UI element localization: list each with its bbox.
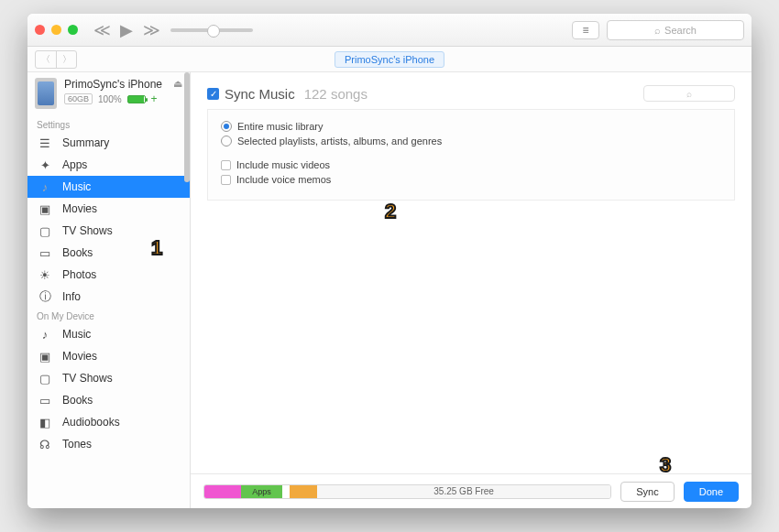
sidebar-label: Music xyxy=(62,328,91,341)
list-view-button[interactable]: ≡ xyxy=(572,21,599,39)
minimize-icon[interactable] xyxy=(51,25,61,35)
music-icon xyxy=(37,179,53,194)
sidebar-label: Summary xyxy=(62,136,109,149)
movies-icon xyxy=(37,201,53,216)
tones-icon xyxy=(37,437,53,451)
close-icon[interactable] xyxy=(35,25,45,35)
apps-icon xyxy=(37,157,53,172)
done-button[interactable]: Done xyxy=(684,482,739,502)
sync-button[interactable]: Sync xyxy=(620,482,674,502)
sidebar-item-apps[interactable]: Apps xyxy=(27,154,190,176)
option-label: Entire music library xyxy=(237,121,324,132)
sidebar-label: Movies xyxy=(62,350,97,363)
capacity-free: 35.25 GB Free xyxy=(317,485,610,498)
photos-icon xyxy=(37,267,53,282)
ondevice-item-music[interactable]: Music xyxy=(27,323,190,345)
option-selected-playlists[interactable]: Selected playlists, artists, albums, and… xyxy=(221,134,721,148)
section-settings: Settings xyxy=(27,116,190,132)
content-search-input[interactable]: ⌕ xyxy=(643,85,735,102)
sidebar-label: Audiobooks xyxy=(62,416,120,429)
music-icon xyxy=(37,327,53,342)
radio-icon xyxy=(221,136,232,147)
option-label: Include voice memos xyxy=(236,174,331,185)
battery-icon xyxy=(127,95,146,103)
charging-icon: + xyxy=(151,92,158,105)
capacity-bar: Apps 35.25 GB Free xyxy=(203,484,611,499)
sidebar-item-summary[interactable]: Summary xyxy=(27,132,190,154)
option-entire-library[interactable]: Entire music library xyxy=(221,119,721,134)
capacity-seg-photos xyxy=(290,485,317,498)
option-label: Selected playlists, artists, albums, and… xyxy=(237,136,442,147)
sidebar-label: Photos xyxy=(62,268,96,281)
sidebar-item-movies[interactable]: Movies xyxy=(27,198,190,220)
device-header: PrimoSync's iPhone 60GB 100% + ⏏ xyxy=(27,72,190,116)
rewind-icon[interactable]: ≪ xyxy=(93,21,111,39)
play-icon[interactable]: ▶ xyxy=(120,21,133,39)
ondevice-item-movies[interactable]: Movies xyxy=(27,345,190,367)
sidebar-label: Movies xyxy=(62,202,97,215)
sync-options-panel: Entire music library Selected playlists,… xyxy=(207,109,735,201)
back-button[interactable]: 〈 xyxy=(36,51,56,68)
sync-music-label: Sync Music xyxy=(225,86,295,102)
audiobooks-icon xyxy=(37,415,53,429)
eject-button[interactable]: ⏏ xyxy=(173,78,182,90)
option-include-memos[interactable]: Include voice memos xyxy=(221,172,721,187)
bottom-bar: Apps 35.25 GB Free Sync Done xyxy=(191,473,752,508)
info-icon xyxy=(37,289,53,304)
sidebar-label: TV Shows xyxy=(62,372,113,385)
sidebar-item-photos[interactable]: Photos xyxy=(27,264,190,286)
search-icon: ⌕ xyxy=(654,25,661,36)
volume-slider[interactable] xyxy=(170,28,253,32)
sync-music-checkbox[interactable]: ✓ xyxy=(207,88,219,100)
option-include-videos[interactable]: Include music videos xyxy=(221,157,721,172)
device-thumbnail-icon xyxy=(35,78,57,109)
checkbox-icon xyxy=(221,160,231,170)
sidebar-item-tvshows[interactable]: TV Shows xyxy=(27,220,190,242)
scrollbar[interactable] xyxy=(184,72,190,182)
option-label: Include music videos xyxy=(236,159,330,170)
song-count: 122 songs xyxy=(304,86,368,102)
sidebar-item-info[interactable]: Info xyxy=(27,286,190,308)
sub-toolbar: 〈 〉 PrimoSync's iPhone xyxy=(27,47,752,72)
sidebar-label: TV Shows xyxy=(62,224,113,237)
sidebar: PrimoSync's iPhone 60GB 100% + ⏏ Setting… xyxy=(27,72,191,508)
titlebar: ≪ ▶ ≫ ≡ ⌕ Search xyxy=(27,14,752,47)
sidebar-label: Books xyxy=(62,394,93,407)
books-icon xyxy=(37,245,53,260)
movies-icon xyxy=(37,349,53,364)
content-pane: ✓ Sync Music 122 songs ⌕ Entire music li… xyxy=(191,72,752,508)
nav-back-forward: 〈 〉 xyxy=(35,50,77,69)
sync-header: ✓ Sync Music 122 songs ⌕ xyxy=(207,85,735,102)
zoom-icon[interactable] xyxy=(68,25,78,35)
search-placeholder: Search xyxy=(664,25,697,36)
battery-percent: 100% xyxy=(98,94,122,104)
tv-icon xyxy=(37,371,53,385)
forward-button[interactable]: 〉 xyxy=(56,51,76,68)
capacity-seg-audio xyxy=(204,485,241,498)
tv-icon xyxy=(37,223,53,238)
device-capacity-badge: 60GB xyxy=(64,93,93,104)
sidebar-label: Tones xyxy=(62,438,92,451)
capacity-seg-apps: Apps xyxy=(241,485,282,498)
device-pill[interactable]: PrimoSync's iPhone xyxy=(335,51,444,68)
ondevice-item-tvshows[interactable]: TV Shows xyxy=(27,367,190,389)
itunes-window: ≪ ▶ ≫ ≡ ⌕ Search 〈 〉 PrimoSync's iPhone xyxy=(27,14,752,508)
playback-controls: ≪ ▶ ≫ xyxy=(91,20,163,40)
checkbox-icon xyxy=(221,175,231,185)
fast-forward-icon[interactable]: ≫ xyxy=(143,21,160,39)
radio-icon xyxy=(221,121,232,132)
capacity-seg-other xyxy=(282,485,290,498)
section-ondevice: On My Device xyxy=(27,308,190,323)
sidebar-label: Music xyxy=(62,180,91,193)
device-name: PrimoSync's iPhone xyxy=(64,78,166,91)
sidebar-item-books[interactable]: Books xyxy=(27,242,190,264)
sidebar-label: Info xyxy=(62,290,81,303)
sidebar-item-music[interactable]: Music xyxy=(27,176,190,198)
ondevice-item-audiobooks[interactable]: Audiobooks xyxy=(27,411,190,433)
ondevice-item-books[interactable]: Books xyxy=(27,389,190,411)
books-icon xyxy=(37,393,53,407)
ondevice-item-tones[interactable]: Tones xyxy=(27,433,190,455)
global-search-input[interactable]: ⌕ Search xyxy=(607,20,744,40)
summary-icon xyxy=(37,136,53,150)
sidebar-label: Apps xyxy=(62,158,87,171)
